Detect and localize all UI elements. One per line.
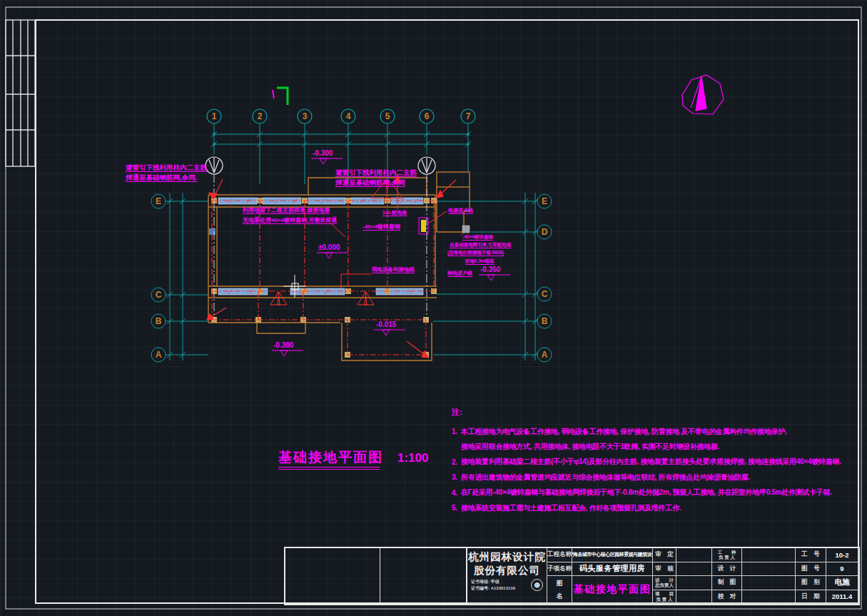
axis-row-right-C: C (542, 289, 548, 299)
trade-leader-line2: 负 责 人 (719, 555, 735, 560)
company-name-line2: 股份有限公司 (474, 564, 540, 577)
chief-designer-line1: 设 计 (655, 577, 674, 582)
review-label: 审 核 (653, 562, 676, 577)
chief-designer-value (676, 576, 712, 590)
annotation-beam-1: 利用地梁下二根主筋焊通,做接地极 (243, 208, 330, 213)
project-name-text: 宁海县城市中心核心区园林景观与建筑设计 (572, 551, 653, 558)
annotation-al-box: 1AL配电箱 (382, 210, 407, 215)
project-leader-label: 项 目 负 责 人 (653, 590, 676, 605)
axis-row-right-B: B (542, 316, 548, 326)
axis-row-left-A: A (156, 350, 162, 360)
title-underline-2 (278, 469, 380, 470)
design-sign (742, 562, 796, 577)
axis-row-left-C: C (156, 290, 162, 300)
note-item-5: 5.接地系统安装施工需与土建施工相互配合, 作好各项预留孔洞及埋件工作. (452, 500, 862, 515)
draft-sign (742, 576, 796, 590)
drawing-name-label-char1: 图 (557, 579, 563, 588)
job-number-label: 工 号 (796, 548, 826, 562)
axis-row-right-A: A (542, 350, 548, 360)
grid-axis-columns: 1 2 3 4 5 6 7 (207, 109, 475, 123)
signature-box (284, 547, 467, 605)
drawing-name-label-char2: 名 (557, 592, 563, 601)
note-item-1b: 接地采用联合接地方式, 共用接地体, 接地电阻不大于1欧姆, 实测不足时增设补接… (452, 439, 862, 454)
subitem-name-value: 码头服务管理用房 (572, 562, 653, 577)
trade-leader-label: 工 种 负 责 人 (712, 548, 742, 562)
notes-block: 注: 1.本工程接地为电气设备工作接地, 弱电设备工作接地, 保护接地, 防雷接… (452, 407, 862, 515)
axis-col-3: 3 (303, 111, 308, 121)
grounding-lines (212, 201, 434, 355)
category-label: 图 别 (796, 576, 826, 590)
note-text: 接地系统安装施工需与土建施工相互配合, 作好各项预留孔洞及埋件工作. (461, 503, 681, 513)
annotation-meb-4: 距地0.5m暗装 (465, 259, 495, 264)
note-item-2: 2.接地装置利用基础梁二根主筋(不小于φ14)及部分柱内主筋, 接地装置主筋接头… (452, 455, 862, 470)
north-arrow-icon (682, 75, 724, 114)
title-block: 杭州园林设计院 股份有限公司 证书等级: 甲级 证书编号: A133013139… (466, 547, 860, 605)
sheet-number-value: 9 (826, 562, 858, 577)
annotation-lightning-top-1: 避雷引下线利用柱内二主筋 (335, 169, 417, 176)
chief-designer-line2: 总负责人 (655, 582, 674, 587)
axis-col-5: 5 (385, 111, 390, 121)
notes-title: 注: (452, 407, 862, 418)
cad-viewport[interactable]: 1 2 3 4 5 6 7 (0, 0, 867, 616)
drawing-layer: 1 2 3 4 5 6 7 (0, 0, 867, 616)
axis-row-left-B: B (156, 316, 162, 326)
note-text: 本工程接地为电气设备工作接地, 弱电设备工作接地, 保护接地, 防雷接地 及不带… (461, 427, 786, 437)
axis-row-right-D: D (542, 227, 548, 237)
check-sign (742, 590, 796, 605)
date-label: 日 期 (796, 590, 826, 605)
axis-col-1: 1 (212, 111, 217, 121)
annotation-beam-2: 无地梁处用40×4镀锌扁钢,另敷设焊通 (243, 218, 337, 223)
drawing-title-text: 基础接地平面图 (278, 448, 383, 467)
elevation-right: -0.350 (480, 266, 500, 273)
gamma-marker-icon (273, 88, 288, 105)
dimension-lines-top (211, 131, 471, 147)
drawing-name-value: 基础接地平面图 (572, 576, 653, 604)
note-item-4: 4.在Γ处采用-40×4镀锌扁钢与基础接地网焊接后于地下-0.8m处外抛2m, … (452, 485, 862, 500)
trade-leader-sign (742, 548, 796, 562)
grid-axis-rows: E C B A E D C B A (151, 193, 552, 362)
annotation-flat-steel: -40×4镀锌扁钢 (362, 224, 400, 230)
subitem-name-text: 码头服务管理用房 (579, 563, 645, 574)
check-label: 校 对 (712, 590, 742, 605)
job-number-text: 10-2 (835, 551, 848, 559)
sheet-number-text: 9 (840, 565, 843, 572)
axis-col-2: 2 (258, 111, 263, 121)
annotation-meb-1: -40×4镀锌扁钢 (462, 235, 493, 240)
project-leader-line1: 项 目 (655, 591, 674, 596)
project-name-label: 工程名称 (547, 548, 572, 562)
drawing-name-text: 基础接地平面图 (574, 583, 651, 596)
company-logo-icon: ⊕ (531, 579, 543, 591)
note-num: 1. (452, 428, 461, 435)
project-leader-value (676, 590, 712, 605)
note-text: 所有进出建筑物的金属管道均应就近与综合接地体做等电位联结, 所有焊接点处均涂沥青… (461, 473, 750, 483)
date-value: 2011.4 (826, 590, 858, 605)
company-name-line1: 杭州园林设计院 (468, 550, 546, 564)
sheet-number-label: 图 号 (796, 562, 826, 577)
category-text: 电施 (835, 577, 850, 587)
axis-row-right-E: E (542, 196, 547, 206)
sheet-frame (6, 7, 861, 609)
annotation-lightning-top-2: 焊通至基础钢筋网,余同 (335, 179, 405, 186)
drawing-title: 基础接地平面图 1:100 (278, 448, 428, 467)
annotation-weak-equip: 弱电设备间接地线 (372, 267, 415, 273)
annotation-lightning-left-2: 焊通至基础钢筋网,余同. (126, 174, 197, 181)
annotation-lightning-left-1: 避雷引下线利用柱内二主筋 (126, 164, 207, 171)
distribution-box-1AL (421, 220, 426, 232)
note-text: 在Γ处采用-40×4镀锌扁钢与基础接地网焊接后于地下-0.8m处外抛2m, 预留… (461, 488, 832, 498)
axis-col-6: 6 (425, 111, 430, 121)
draft-label: 制 图 (712, 576, 742, 590)
drawing-name-label: 图 名 (547, 576, 572, 604)
meb-terminal-box (462, 226, 470, 233)
elevation-top: -0.300 (313, 150, 333, 157)
note-item-1: 1.本工程接地为电气设备工作接地, 弱电设备工作接地, 保护接地, 防雷接地 及… (452, 424, 862, 439)
review-value (676, 562, 712, 577)
axis-row-left-E: E (156, 196, 161, 206)
approve-value (676, 548, 712, 562)
note-num: 5. (452, 504, 461, 512)
certificate-grade: 证书等级: 甲级 (471, 579, 515, 585)
project-leader-line2: 负 责 人 (656, 597, 672, 602)
annotation-meb-3: (总等电位联接端子箱 MEB) (447, 251, 504, 256)
certificate-number: 证书编号: A133013139 (471, 585, 515, 592)
chief-designer-label: 设 计 总负责人 (653, 576, 676, 590)
trade-leader-line1: 工 种 (718, 550, 736, 555)
